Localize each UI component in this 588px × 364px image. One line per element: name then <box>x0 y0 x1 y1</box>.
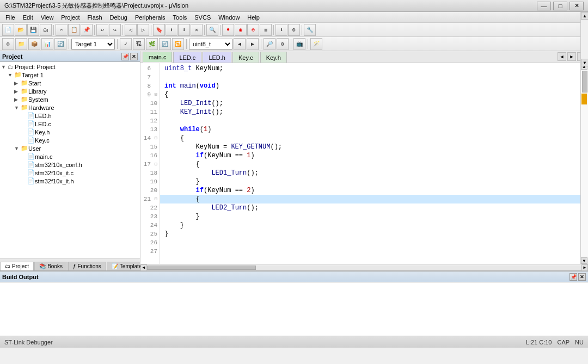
project-pin-btn[interactable]: 📌 <box>121 53 129 60</box>
save-btn[interactable]: 💾 <box>27 24 39 36</box>
debug-btn[interactable]: 🔧 <box>304 24 316 36</box>
tb2-opt-btn[interactable]: ⚙ <box>277 38 289 50</box>
tab-led-c[interactable]: LED.c <box>173 52 201 63</box>
build-scroll-up[interactable]: ▲ <box>581 12 588 20</box>
target-select[interactable]: Target 1 <box>71 39 115 50</box>
tb2-btn10[interactable]: 🔁 <box>172 38 184 50</box>
next-bookmark-btn[interactable]: ⬇ <box>178 24 190 36</box>
save-all-btn[interactable]: 🗂 <box>40 24 52 36</box>
tree-item-conf-h[interactable]: 📄 stm32f10x_conf.h <box>1 161 139 169</box>
tb2-btn8[interactable]: 🌿 <box>146 38 158 50</box>
menu-help[interactable]: Help <box>244 13 263 22</box>
build-pin-btn[interactable]: 📌 <box>569 273 577 281</box>
prev-bookmark-btn[interactable]: ⬆ <box>166 24 177 36</box>
tb2-btn6[interactable]: ✓ <box>120 38 132 50</box>
menu-debug[interactable]: Debug <box>107 13 131 22</box>
open-btn[interactable]: 📂 <box>15 24 27 36</box>
tb2-btn1[interactable]: ⚙ <box>2 38 14 50</box>
tab-main-c[interactable]: main.c <box>143 52 172 63</box>
menu-peripherals[interactable]: Peripherals <box>132 13 169 22</box>
new-file-btn[interactable]: 📄 <box>2 24 14 36</box>
tree-item-hardware[interactable]: ▼ 📁 Hardware <box>1 103 139 112</box>
minimize-button[interactable]: — <box>537 2 551 10</box>
copy-btn[interactable]: 📋 <box>68 24 80 36</box>
hscroll-track[interactable] <box>147 266 581 270</box>
menu-edit[interactable]: Edit <box>20 13 36 22</box>
rebuild-btn[interactable]: ⊕ <box>247 24 259 36</box>
tb2-monitor-btn[interactable]: 📺 <box>293 38 305 50</box>
tb2-btn9[interactable]: 🔃 <box>159 38 171 50</box>
stop-build-btn[interactable]: ◼ <box>260 24 272 36</box>
tree-item-project-root[interactable]: ▼ 🗂 Project: Project <box>1 63 139 71</box>
tree-item-led-h[interactable]: 📄 LED.h <box>1 112 139 120</box>
tb2-nav-btn2[interactable]: ▶ <box>247 38 259 50</box>
find-btn[interactable]: 🔍 <box>206 24 218 36</box>
ptab-books[interactable]: 📚 Books <box>34 262 68 270</box>
menu-tools[interactable]: Tools <box>170 13 191 22</box>
editor-tab-scroll-right[interactable]: ▶ <box>567 52 576 61</box>
scroll-thumb[interactable] <box>582 71 587 92</box>
paste-btn[interactable]: 📌 <box>81 24 93 36</box>
editor-tab-scroll-left[interactable]: ◀ <box>558 52 566 61</box>
close-button[interactable]: ✕ <box>569 2 584 10</box>
tree-item-led-c[interactable]: 📄 LED.c <box>1 120 139 128</box>
tree-item-key-h[interactable]: 📄 Key.h <box>1 128 139 136</box>
menu-flash[interactable]: Flash <box>84 13 106 22</box>
clear-bookmarks-btn[interactable]: ✕ <box>191 24 203 36</box>
menu-svcs[interactable]: SVCS <box>191 13 214 22</box>
expand-system[interactable]: ▶ <box>14 97 21 102</box>
cut-btn[interactable]: ✂ <box>56 24 68 36</box>
tree-item-user[interactable]: ▼ 📁 User <box>1 144 139 152</box>
tree-item-it-h[interactable]: 📄 stm32f10x_it.h <box>1 177 139 185</box>
expand-library[interactable]: ▶ <box>14 89 21 94</box>
undo-btn[interactable]: ↩ <box>96 24 108 36</box>
build-all-btn[interactable]: ◉ <box>235 24 247 36</box>
build-scroll-down[interactable]: ▼ <box>581 59 588 66</box>
tb2-magic-btn[interactable]: 🪄 <box>310 38 322 50</box>
redo-btn[interactable]: ↪ <box>109 24 121 36</box>
scroll-track[interactable] <box>581 70 588 257</box>
tree-item-it-c[interactable]: 📄 stm32f10x_it.c <box>1 169 139 177</box>
file-select[interactable]: uint8_t <box>189 39 232 50</box>
tree-item-system[interactable]: ▶ 📁 System <box>1 95 139 103</box>
menu-view[interactable]: View <box>38 13 57 22</box>
settings-btn[interactable]: ⚙ <box>288 24 300 36</box>
build-scroll-track[interactable] <box>581 20 588 59</box>
expand-target1[interactable]: ▼ <box>8 72 14 78</box>
tb2-search-btn[interactable]: 🔎 <box>264 38 275 50</box>
build-close-btn[interactable]: ✕ <box>578 273 586 281</box>
code-content[interactable]: uint8_t KeyNum; int main(void) { LED_Ini… <box>160 63 580 264</box>
build-btn[interactable]: ● <box>222 24 234 36</box>
tb2-nav-btn[interactable]: ◀ <box>234 38 246 50</box>
project-close-btn[interactable]: ✕ <box>130 53 138 60</box>
tree-item-target1[interactable]: ▼ 📁 Target 1 <box>1 71 139 79</box>
download-btn[interactable]: ⬇ <box>275 24 287 36</box>
menu-project[interactable]: Project <box>58 13 83 22</box>
ptab-functions[interactable]: ƒ Functions <box>68 262 106 270</box>
menu-window[interactable]: Window <box>215 13 243 22</box>
expand-user[interactable]: ▼ <box>14 146 21 151</box>
menu-file[interactable]: File <box>2 13 19 22</box>
expand-root[interactable]: ▼ <box>1 64 8 70</box>
hscroll-left-btn[interactable]: ◀ <box>140 264 147 271</box>
tree-item-main-c[interactable]: 📄 main.c <box>1 152 139 161</box>
tb2-btn5[interactable]: 🔄 <box>54 38 66 50</box>
ptab-project[interactable]: 🗂 Project <box>0 262 34 270</box>
expand-hardware[interactable]: ▼ <box>14 105 21 110</box>
hscroll-right-btn[interactable]: ▶ <box>581 264 588 271</box>
bookmark-btn[interactable]: 🔖 <box>153 24 165 36</box>
scroll-down-btn[interactable]: ▼ <box>581 257 587 264</box>
expand-start[interactable]: ▶ <box>14 81 21 86</box>
tree-item-key-c[interactable]: 📄 Key.c <box>1 136 139 144</box>
hscroll-thumb[interactable] <box>147 266 256 270</box>
tree-item-start[interactable]: ▶ 📁 Start <box>1 79 139 87</box>
nav-fwd-btn[interactable]: ▷ <box>137 24 149 36</box>
nav-back-btn[interactable]: ◁ <box>125 24 137 36</box>
maximize-button[interactable]: □ <box>553 2 567 10</box>
tb2-btn2[interactable]: 📁 <box>15 38 27 50</box>
tb2-btn4[interactable]: 📊 <box>41 38 53 50</box>
tab-key-h[interactable]: Key.h <box>260 52 287 63</box>
tree-item-library[interactable]: ▶ 📁 Library <box>1 87 139 95</box>
tb2-btn7[interactable]: 🏗 <box>133 38 145 50</box>
tb2-btn3[interactable]: 📦 <box>28 38 40 50</box>
